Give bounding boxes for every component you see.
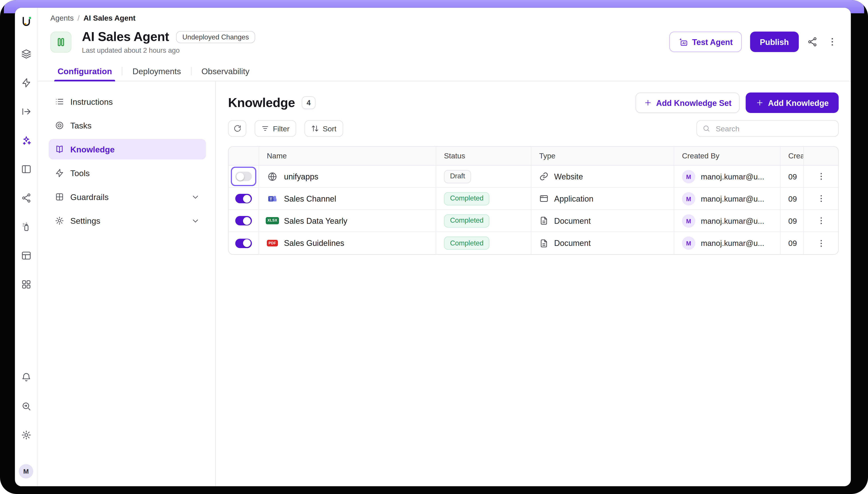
layers-icon[interactable] — [21, 49, 32, 59]
status-badge: Completed — [444, 192, 490, 205]
search-arrow-icon[interactable] — [21, 401, 32, 412]
table-row: PDF Sales Guidelines Completed Document — [229, 232, 838, 254]
row-toggle[interactable] — [235, 216, 252, 226]
table-row: unifyapps Draft Website M — [229, 166, 838, 188]
column-header-actions — [804, 147, 838, 165]
breadcrumb-current: AI Sales Agent — [83, 14, 136, 22]
bell-icon[interactable] — [21, 372, 32, 383]
document-icon — [539, 239, 549, 248]
main-content: Agents / AI Sales Agent AI Sales Agent U… — [38, 8, 851, 486]
chevron-down-icon — [191, 192, 200, 201]
search-icon — [703, 125, 710, 132]
nav-item-instructions[interactable]: Instructions — [49, 92, 206, 112]
refresh-button[interactable] — [228, 120, 246, 137]
row-menu-icon[interactable] — [815, 237, 827, 249]
spray-icon[interactable] — [21, 222, 32, 232]
share-icon[interactable] — [807, 36, 818, 48]
agent-avatar-icon — [51, 31, 72, 52]
breadcrumb: Agents / AI Sales Agent — [38, 8, 851, 22]
row-toggle[interactable] — [235, 194, 252, 203]
column-header-name: Name — [259, 147, 436, 165]
nav-item-tools[interactable]: Tools — [49, 163, 206, 184]
sort-icon — [311, 125, 319, 132]
tab-observability[interactable]: Observability — [198, 62, 253, 81]
globe-icon — [267, 171, 278, 182]
table-icon[interactable] — [21, 250, 32, 261]
sort-button[interactable]: Sort — [304, 120, 343, 137]
tab-separator — [122, 67, 123, 76]
test-agent-button[interactable]: AI Test Agent — [669, 32, 742, 52]
knowledge-panel: Knowledge 4 Add Knowledge Set Add Knowle… — [216, 81, 851, 487]
icon-sidebar: M — [15, 8, 38, 486]
breadcrumb-agents[interactable]: Agents — [51, 14, 74, 22]
breadcrumb-separator: / — [78, 14, 79, 22]
filter-icon — [261, 125, 269, 132]
nav-item-tasks[interactable]: Tasks — [49, 115, 206, 136]
tab-deployments[interactable]: Deployments — [129, 62, 184, 81]
undeployed-changes-badge: Undeployed Changes — [176, 31, 255, 43]
status-badge: Completed — [444, 214, 490, 227]
last-updated-text: Last updated about 2 hours ago — [82, 46, 255, 54]
app-window-icon — [539, 194, 549, 203]
search-input[interactable] — [715, 124, 833, 133]
row-menu-icon[interactable] — [815, 215, 827, 227]
toggle-column-header — [229, 147, 259, 165]
avatar: M — [682, 214, 695, 227]
table-header-row: Name Status Type Created By Crea — [229, 147, 838, 166]
link-icon — [539, 172, 549, 181]
zap-icon — [55, 168, 64, 178]
agent-header: AI Sales Agent Undeployed Changes Last u… — [38, 22, 851, 54]
share-nodes-icon[interactable] — [21, 193, 32, 203]
column-header-status: Status — [436, 147, 531, 165]
status-badge: Completed — [444, 236, 490, 250]
filter-button[interactable]: Filter — [255, 120, 296, 137]
config-nav: Instructions Tasks Knowledge — [38, 81, 216, 487]
knowledge-item-name-cell[interactable]: unifyapps — [259, 166, 436, 187]
gear-icon[interactable] — [21, 430, 32, 440]
column-header-created: Crea — [781, 147, 804, 165]
column-header-type: Type — [531, 147, 674, 165]
sparkles-icon[interactable] — [21, 135, 32, 146]
refresh-icon — [233, 125, 241, 132]
nav-item-guardrails[interactable]: Guardrails — [49, 187, 206, 207]
document-icon — [539, 216, 549, 226]
avatar: M — [682, 236, 695, 250]
knowledge-item-name-cell[interactable]: XLSX Sales Data Yearly — [259, 210, 436, 232]
test-agent-icon: AI — [678, 37, 688, 47]
knowledge-title: Knowledge — [228, 95, 295, 110]
list-icon — [55, 97, 64, 107]
status-badge: Draft — [444, 170, 471, 183]
row-menu-icon[interactable] — [815, 170, 827, 183]
row-toggle[interactable] — [235, 172, 252, 181]
publish-button[interactable]: Publish — [750, 32, 799, 52]
user-avatar[interactable]: M — [19, 464, 33, 478]
app-window: M Agents / AI Sales Agent AI Sal — [15, 8, 851, 486]
gear-icon — [55, 216, 64, 226]
apps-grid-icon[interactable] — [21, 279, 32, 290]
unifyapps-logo-icon[interactable] — [19, 15, 33, 29]
knowledge-table: Name Status Type Created By Crea — [228, 146, 839, 255]
avatar: M — [682, 170, 695, 183]
row-toggle[interactable] — [235, 239, 252, 248]
plus-icon — [756, 99, 764, 107]
more-menu-icon[interactable] — [827, 36, 838, 48]
book-open-icon — [55, 145, 64, 154]
column-header-created-by: Created By — [674, 147, 781, 165]
arrow-right-from-line-icon[interactable] — [21, 106, 32, 117]
tab-configuration[interactable]: Configuration — [54, 62, 115, 81]
xlsx-file-icon: XLSX — [267, 216, 278, 226]
svg-text:T: T — [270, 196, 272, 201]
row-menu-icon[interactable] — [815, 192, 827, 205]
add-knowledge-set-button[interactable]: Add Knowledge Set — [636, 93, 740, 113]
add-knowledge-button[interactable]: Add Knowledge — [746, 93, 839, 113]
pdf-file-icon: PDF — [267, 238, 278, 248]
zap-icon[interactable] — [21, 78, 32, 88]
panel-left-icon[interactable] — [21, 164, 32, 174]
nav-item-knowledge[interactable]: Knowledge — [49, 139, 206, 160]
knowledge-item-name-cell[interactable]: T Sales Channel — [259, 188, 436, 210]
tab-separator — [191, 67, 192, 76]
screen: M Agents / AI Sales Agent AI Sal — [0, 0, 868, 494]
target-icon — [55, 121, 64, 130]
knowledge-item-name-cell[interactable]: PDF Sales Guidelines — [259, 232, 436, 254]
nav-item-settings[interactable]: Settings — [49, 210, 206, 231]
